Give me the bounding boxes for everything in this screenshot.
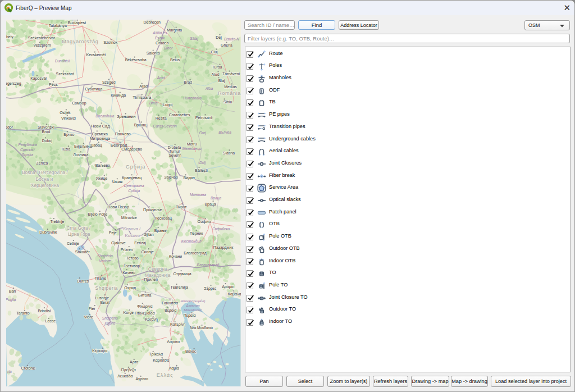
svg-text:Drobeta-Turnul-Severin: Drobeta-Turnul-Severin (167, 145, 182, 157)
svg-text:thely: thely (6, 35, 13, 39)
svg-text:Нови Сад: Нови Сад (91, 123, 110, 128)
svg-text:Δράμα: Δράμα (222, 284, 234, 289)
svg-text:Панчево: Панчево (115, 131, 130, 135)
svg-text:София: София (197, 218, 211, 224)
svg-text:Пазарджик: Пазарджик (213, 245, 233, 249)
svg-text:Северна: Северна (148, 266, 167, 271)
svg-text:Битола: Битола (138, 293, 151, 297)
svg-text:Βέροια: Βέροια (165, 308, 176, 312)
svg-text:Херцеговина: Херцеговина (30, 182, 59, 188)
svg-text:Trebinje: Trebinje (50, 219, 64, 224)
svg-text:Ελλάς: Ελλάς (156, 372, 173, 378)
svg-text:Srpska: Srpska (21, 152, 33, 157)
svg-text:Κοζάνη: Κοζάνη (145, 317, 158, 322)
svg-text:Благоевград: Благоевград (197, 262, 219, 267)
svg-text:Воеводина: Воеводина (95, 113, 115, 117)
svg-text:Kosovo: Kosovo (125, 233, 140, 238)
svg-text:Охрид: Охрид (124, 285, 136, 290)
svg-text:Oradea: Oradea (156, 41, 168, 45)
svg-text:Ваљево: Ваљево (95, 163, 109, 167)
svg-text:Кюстендил: Кюстендил (181, 239, 201, 243)
svg-text:Српска /: Српска / (20, 147, 35, 152)
svg-text:Перник: Перник (189, 231, 203, 235)
svg-text:Περαία: Περαία (183, 313, 195, 318)
svg-text:Тетово: Тетово (126, 256, 138, 259)
svg-text:Λαμία: Λαμία (168, 366, 179, 371)
svg-text:Скопје: Скопје (141, 249, 153, 254)
svg-text:Tirane: Tirane (94, 275, 106, 280)
svg-text:Korçe: Korçe (123, 311, 133, 315)
svg-text:Босна и: Босна и (35, 176, 53, 181)
svg-text:Doboj: Doboj (42, 138, 52, 143)
svg-text:Βόλος: Βόλος (185, 349, 197, 354)
svg-text:Србија: Србија (126, 163, 145, 169)
svg-text:Shkodër: Shkodër (75, 249, 90, 253)
svg-text:Зрењанин: Зрењанин (117, 114, 135, 118)
svg-text:Καρδίτσα: Καρδίτσα (153, 358, 169, 363)
svg-text:Сомбор: Сомбор (72, 101, 86, 105)
svg-text:Budapest: Budapest (67, 20, 86, 25)
svg-text:Crotone: Crotone (21, 366, 35, 370)
svg-text:Osijek: Osijek (60, 110, 71, 115)
svg-text:Gorj: Gorj (199, 130, 206, 135)
svg-text:Arad: Arad (139, 84, 148, 88)
svg-text:Лозница: Лозница (73, 152, 88, 157)
svg-text:Πρέβεζα: Πρέβεζα (121, 368, 135, 372)
svg-text:Brindisi: Brindisi (38, 308, 51, 312)
svg-text:Ferizaj: Ferizaj (134, 240, 146, 245)
svg-text:Чачак: Чачак (112, 179, 123, 183)
svg-text:Γιαννιτσά: Γιαννιτσά (162, 300, 178, 304)
svg-text:Благоевград: Благоевград (184, 250, 207, 255)
svg-text:edor: edor (6, 125, 13, 129)
svg-text:Bosna i Hercegovina /: Bosna i Hercegovina / (21, 169, 68, 175)
svg-text:Marghita: Marghita (167, 28, 182, 33)
svg-text:Zenica: Zenica (36, 161, 48, 165)
svg-text:Καβάλα: Καβάλα (227, 291, 241, 296)
svg-text:Смедерево: Смедерево (121, 147, 142, 151)
svg-text:Târnăveni: Târnăveni (222, 72, 240, 76)
svg-text:Resita: Resita (155, 116, 166, 120)
svg-text:Shqipëria: Shqipëria (95, 285, 118, 290)
svg-text:Софийска: Софийска (212, 226, 230, 231)
svg-text:Berat: Berat (100, 300, 109, 304)
svg-text:Caraș-Severin: Caraș-Severin (153, 124, 176, 128)
svg-text:Petrosani: Petrosani (195, 115, 212, 119)
svg-text:Мехединци: Мехединци (182, 146, 201, 151)
svg-text:Prizren: Prizren (120, 247, 133, 251)
svg-text:Timiș: Timiș (148, 101, 157, 105)
svg-text:Slatina: Slatina (222, 151, 234, 154)
svg-text:Τρίκαλα: Τρίκαλα (149, 352, 163, 357)
svg-text:Lushnje: Lushnje (95, 295, 109, 300)
svg-text:Ужице: Ужице (95, 176, 107, 180)
svg-text:România: România (218, 90, 241, 95)
svg-text:Bari: Bari (8, 289, 16, 293)
svg-text:Veszprém: Veszprém (33, 43, 51, 48)
svg-text:Прокупље: Прокупље (143, 207, 162, 212)
svg-text:Зајечар: Зајечар (164, 175, 178, 179)
svg-text:Видин: Видин (183, 175, 195, 180)
svg-text:Македонија: Македонија (145, 272, 171, 277)
svg-text:Debrecen: Debrecen (143, 20, 160, 24)
svg-text:Πτολεμαΐδα: Πτολεμαΐδα (134, 311, 154, 316)
svg-text:Вршац: Вршац (134, 122, 146, 127)
svg-text:Σέρρες: Σέρρες (204, 286, 216, 290)
svg-text:Република: Република (18, 142, 36, 147)
svg-text:Централна: Централна (124, 183, 144, 188)
svg-text:Salonta: Salonta (146, 51, 159, 55)
svg-text:Cetinje: Cetinje (66, 241, 79, 245)
svg-text:Vinkovci: Vinkovci (61, 116, 75, 120)
svg-text:Szolnok: Szolnok (103, 40, 117, 44)
svg-text:Κατερίνη: Κατερίνη (170, 322, 185, 327)
svg-text:Gherla: Gherla (221, 43, 232, 47)
svg-text:Tatabánya: Tatabánya (48, 24, 66, 28)
svg-text:Врање: Врање (154, 228, 166, 233)
svg-text:Gjilan: Gjilan (143, 232, 153, 236)
svg-text:Cluj: Cluj (211, 50, 217, 54)
svg-text:Dunántúl: Dunántúl (54, 59, 70, 63)
svg-text:Kaposvár: Kaposvár (30, 76, 47, 81)
svg-text:Гостивар: Гостивар (124, 263, 140, 268)
svg-text:Taranto: Taranto (16, 311, 29, 315)
svg-text:Λευκάδα: Λευκάδα (117, 374, 133, 378)
svg-text:Гевгелија: Гевгелија (171, 285, 188, 289)
svg-text:Crna Gora /: Crna Gora / (66, 225, 90, 230)
